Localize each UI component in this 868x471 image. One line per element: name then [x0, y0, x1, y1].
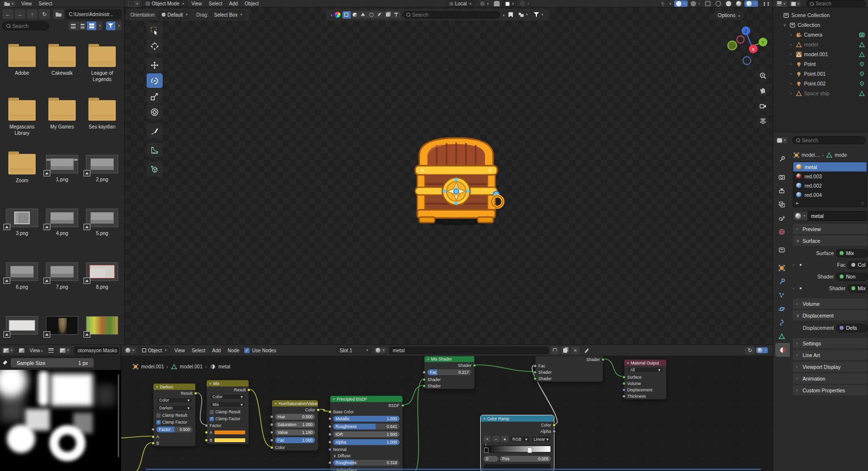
up-button[interactable]: ↑	[27, 9, 38, 19]
node-canvas[interactable]: model.001›model.001›metal ∨DarkenResultC…	[121, 356, 773, 471]
checkbox[interactable]	[156, 413, 161, 418]
meshdata-icon[interactable]	[858, 90, 865, 97]
outliner-search-input[interactable]: Search	[806, 0, 866, 7]
output-socket[interactable]	[194, 391, 197, 395]
node-mo[interactable]: ∨Material OutputAll▾SurfaceVolumeDisplac…	[624, 359, 667, 400]
breadcrumb-item[interactable]: mode	[835, 152, 847, 158]
color-ramp-gradient[interactable]	[484, 446, 551, 452]
filter-funnel-button[interactable]	[532, 12, 546, 18]
file-item[interactable]: 1.png	[42, 147, 82, 201]
shader-editor-scrollbar[interactable]	[146, 469, 761, 470]
node-dropdown[interactable]: Darken▾	[156, 405, 192, 411]
viewport-menu-add[interactable]: Add	[226, 0, 241, 7]
tab-constraints[interactable]	[773, 316, 790, 329]
node-fld-row[interactable]: Value1.190	[272, 428, 318, 436]
mask-image[interactable]	[0, 370, 121, 471]
use-nodes-checkbox[interactable]: ✓	[244, 348, 250, 353]
snap-target-dropdown[interactable]	[503, 0, 517, 7]
outliner-row-collection[interactable]: ∨Collection	[773, 20, 868, 30]
collapse-icon[interactable]: ∨	[333, 397, 335, 401]
node-sl-row[interactable]: Roughness0.641	[330, 423, 402, 430]
snapping-button[interactable]: ↻	[745, 347, 755, 354]
shader-menu-node[interactable]: Node	[224, 347, 243, 354]
file-item[interactable]: 7.png	[42, 255, 82, 308]
input-socket[interactable]	[328, 417, 332, 421]
animate-dot[interactable]	[800, 287, 802, 289]
collapse-icon[interactable]: ∨	[209, 382, 212, 385]
animate-dot[interactable]	[800, 264, 802, 266]
file-item[interactable]: Adobe	[2, 40, 42, 93]
viewport-menu-object[interactable]: Object	[241, 0, 262, 7]
shading-solid-button[interactable]	[724, 0, 733, 7]
panel-volume[interactable]: ›Volume	[793, 299, 868, 309]
shader-type-dropdown[interactable]: Object	[139, 347, 169, 354]
viewport-menu-select[interactable]: Select	[205, 0, 226, 7]
properties-search-input[interactable]: Search	[792, 136, 866, 144]
shading-material-button[interactable]	[734, 0, 743, 7]
camera-view-button[interactable]	[756, 99, 769, 112]
node-mix[interactable]: ∨MixResultColor▾Mix▾Clamp Result✓Clamp F…	[206, 380, 249, 445]
outliner-display-mode[interactable]	[776, 1, 787, 7]
node-sl-row[interactable]: Fac1.000	[272, 436, 318, 444]
input-socket[interactable]	[423, 384, 426, 387]
ramp-stop[interactable]	[484, 445, 487, 453]
meshdata-icon[interactable]	[858, 51, 865, 58]
panel-line-art[interactable]: ›Line Art	[793, 350, 868, 360]
filter-globe-button[interactable]	[367, 11, 376, 19]
forward-button[interactable]: →	[15, 9, 25, 19]
filter-world-button[interactable]	[351, 11, 359, 19]
filter-text-button[interactable]	[392, 11, 401, 19]
node-pos-row[interactable]: 0Pos0.005	[481, 454, 554, 463]
material-slot-metal[interactable]: metal	[793, 162, 867, 171]
outliner-row-point[interactable]: ›Point	[773, 59, 868, 69]
node-header[interactable]: ∨Hue/Saturation/Value	[272, 400, 318, 407]
property-value-button[interactable]: Defa	[836, 324, 868, 332]
pin-button[interactable]	[583, 346, 591, 354]
input-socket[interactable]	[205, 424, 208, 427]
lightdata-icon[interactable]	[858, 70, 865, 77]
node-fld-row[interactable]: Saturation1.000	[272, 421, 318, 428]
treasure-chest-model[interactable]	[405, 133, 508, 237]
material-slot-red.002[interactable]: red.002	[793, 181, 867, 190]
select-tool-visibility-button[interactable]	[659, 0, 674, 7]
menus-collapsed-icon[interactable]	[48, 348, 54, 353]
annotate-tool-button[interactable]	[147, 124, 163, 138]
input-socket[interactable]	[423, 378, 426, 381]
node-sl-row[interactable]: Factor0.500	[153, 426, 195, 433]
options-button[interactable]: Options	[713, 11, 744, 20]
tab-collection[interactable]	[773, 243, 790, 257]
node-fld-row[interactable]: IOR1.500	[330, 430, 402, 438]
input-socket[interactable]	[151, 435, 155, 438]
expand-icon[interactable]: ›	[789, 71, 793, 76]
outliner-row-model[interactable]: ›model	[773, 40, 868, 49]
zoom-button[interactable]	[756, 69, 769, 82]
collapse-icon[interactable]: ∨	[156, 385, 158, 389]
shading-wireframe-button[interactable]	[714, 0, 723, 7]
tab-output[interactable]	[773, 184, 790, 197]
slot-specials-button[interactable]: ▶	[796, 201, 799, 205]
output-socket[interactable]	[317, 408, 320, 411]
input-socket[interactable]	[533, 377, 537, 380]
tab-render[interactable]	[773, 170, 790, 184]
material-slot-red.003[interactable]: red.003	[793, 171, 867, 181]
axis-neg-x-ball[interactable]	[737, 36, 744, 43]
node-darken[interactable]: ∨DarkenResultColor▾Darken▾Clamp Result✓C…	[153, 383, 196, 447]
node-chk-row[interactable]: ✓Clamp Factor	[153, 419, 195, 426]
collapse-icon[interactable]: ∨	[333, 453, 336, 458]
value-slider[interactable]: Fac0.217	[427, 369, 471, 375]
expand-icon[interactable]: ›	[789, 52, 793, 57]
panel-displacement[interactable]: ∨Displacement	[793, 310, 868, 321]
tab-modifiers[interactable]	[773, 275, 790, 288]
input-socket[interactable]	[622, 388, 626, 391]
file-item[interactable]: Zoom	[2, 147, 42, 201]
filter-toggle-button[interactable]	[106, 21, 115, 30]
node-header[interactable]: ∨Principled BSDF	[330, 396, 402, 402]
input-socket[interactable]	[205, 431, 208, 434]
node-rampbtns-row[interactable]: +−▾RGB▾Linear▾	[481, 434, 554, 444]
filter-brush-button[interactable]	[376, 11, 384, 19]
back-button[interactable]: ←	[2, 9, 13, 19]
node-bsdf[interactable]: ∨Principled BSDFBSDFBase ColorMetallic1.…	[330, 395, 403, 471]
panel-preview[interactable]: ›Preview	[793, 224, 868, 234]
value-field[interactable]: Saturation1.000	[275, 422, 315, 428]
output-socket[interactable]	[552, 423, 556, 427]
